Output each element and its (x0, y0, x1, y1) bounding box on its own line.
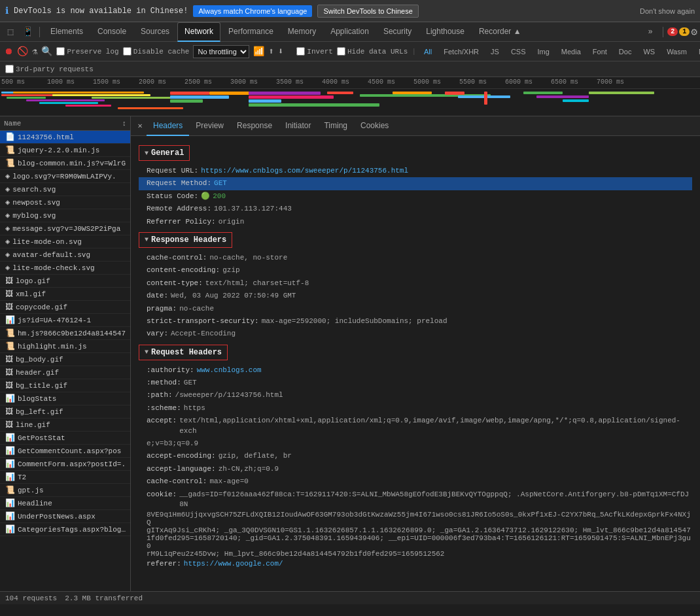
clear-icon[interactable]: 🚫 (17, 44, 28, 60)
file-item[interactable]: ◈lite-mode-on.svg (0, 235, 130, 248)
file-item[interactable]: 🖼logo.gif (0, 275, 130, 288)
file-item[interactable]: 🖼header.gif (0, 366, 130, 379)
disable-cache-checkbox[interactable] (123, 47, 131, 56)
file-item[interactable]: 🖼copycode.gif (0, 301, 130, 314)
device-icon[interactable]: 📱 (20, 24, 35, 40)
file-item[interactable]: ◈myblog.svg (0, 209, 130, 222)
file-item[interactable]: 📊Headline (0, 497, 130, 510)
file-item[interactable]: 📜gpt.js (0, 484, 130, 497)
file-item[interactable]: ◈newpost.svg (0, 196, 130, 209)
tab-application[interactable]: Application (324, 22, 376, 42)
file-item[interactable]: 📜highlight.min.js (0, 340, 130, 353)
tab-recorder[interactable]: Recorder ▲ (472, 22, 528, 42)
tab-preview[interactable]: Preview (189, 116, 230, 136)
inspect-icon[interactable]: ⬚ (3, 24, 18, 40)
vary-value: Accept-Encoding (171, 329, 236, 339)
record-icon[interactable]: ⏺ (4, 44, 13, 60)
hide-data-urls-label[interactable]: Hide data URLs (337, 47, 408, 56)
search-icon[interactable]: 🔍 (41, 44, 52, 60)
file-item[interactable]: ◈lite-mode-check.svg (0, 262, 130, 275)
tab-sources[interactable]: Sources (134, 22, 176, 42)
disable-cache-label[interactable]: Disable cache (123, 47, 190, 56)
date-key: date: (147, 291, 168, 301)
file-item[interactable]: 📜hm.js?866c9be12d4a8144547 (0, 327, 130, 340)
response-section-header[interactable]: ▼ Response Headers (139, 232, 232, 248)
file-item[interactable]: 🖼bg_body.gif (0, 353, 130, 366)
file-name-label: bg_body.gif (16, 356, 63, 364)
download-icon[interactable]: ⬇ (278, 44, 283, 60)
throttle-icon[interactable]: 📶 (253, 44, 264, 60)
tab-cookies[interactable]: Cookies (354, 116, 395, 136)
file-item[interactable]: 🖼line.gif (0, 419, 130, 432)
file-item[interactable]: 🖼bg_title.gif (0, 379, 130, 392)
file-item[interactable]: 📊GetCommentCount.aspx?pos (0, 445, 130, 458)
dismiss-button[interactable]: Don't show again (640, 7, 695, 15)
file-name-label: Headline (18, 500, 52, 507)
req-cache-control-row: cache-control: max-age=0 (139, 475, 692, 488)
filter-fetch-xhr-btn[interactable]: Fetch/XHR (440, 47, 483, 56)
file-item[interactable]: 📊CategoriesTags.aspx?blogId= (0, 523, 130, 536)
file-item[interactable]: 📊UnderPostNews.aspx (0, 510, 130, 523)
filter-css-btn[interactable]: CSS (507, 47, 530, 56)
file-item[interactable]: 📊T2 (0, 471, 130, 484)
file-item[interactable]: 📜blog-common.min.js?v=WlrG (0, 157, 130, 170)
pragma-row: pragma: no-cache (139, 303, 692, 315)
file-item[interactable]: 📄11243756.html (0, 131, 130, 144)
invert-checkbox[interactable] (296, 47, 305, 56)
third-party-label[interactable]: 3rd-party requests (5, 65, 94, 73)
tab-performance[interactable]: Performance (222, 22, 280, 42)
filter-font-btn[interactable]: Font (589, 47, 611, 56)
third-party-checkbox[interactable] (5, 65, 14, 73)
more-tabs-button[interactable]: » (642, 22, 659, 42)
cookie-key: cookie: (147, 490, 177, 500)
tick-5000: 5000 ms (412, 78, 458, 88)
tab-elements[interactable]: Elements (44, 22, 90, 42)
hide-data-urls-checkbox[interactable] (337, 47, 345, 56)
tab-security[interactable]: Security (377, 22, 418, 42)
invert-label[interactable]: Invert (296, 47, 333, 56)
file-item[interactable]: 🖼bg_left.gif (0, 405, 130, 419)
tab-initiator[interactable]: Initiator (279, 116, 317, 136)
upload-icon[interactable]: ⬆ (268, 44, 273, 60)
filter-manifest-btn[interactable]: Manifest (695, 47, 700, 56)
tab-lighthouse[interactable]: Lighthouse (419, 22, 471, 42)
file-type-icon: 📊 (5, 433, 15, 443)
file-name-label: copycode.gif (16, 303, 67, 311)
filter-ws-btn[interactable]: WS (639, 47, 659, 56)
throttle-select[interactable]: No throttling (193, 45, 249, 58)
settings-icon[interactable]: ⚙ (691, 26, 697, 39)
file-item[interactable]: 📊CommentForm.aspx?postId=. (0, 458, 130, 471)
request-section-header[interactable]: ▼ Request Headers (139, 345, 228, 360)
match-language-button[interactable]: Always match Chrome's language (193, 5, 312, 17)
filter-media-btn[interactable]: Media (557, 47, 585, 56)
file-list-scroll-indicator: ↕ (122, 120, 126, 128)
filter-img-btn[interactable]: Img (534, 47, 553, 56)
file-item[interactable]: ◈avatar-default.svg (0, 248, 130, 262)
filter-doc-btn[interactable]: Doc (615, 47, 636, 56)
file-item[interactable]: 📜jquery-2.2.0.min.js (0, 144, 130, 157)
file-item[interactable]: 📊js?id=UA-476124-1 (0, 314, 130, 327)
filter-js-btn[interactable]: JS (487, 47, 503, 56)
preserve-log-label[interactable]: Preserve log (56, 47, 118, 56)
tab-network[interactable]: Network (177, 22, 220, 42)
file-item[interactable]: 📊blogStats (0, 392, 130, 405)
preserve-log-checkbox[interactable] (56, 47, 65, 56)
switch-language-button[interactable]: Switch DevTools to Chinese (317, 5, 418, 18)
tab-timing[interactable]: Timing (317, 116, 354, 136)
file-item[interactable]: ◈logo.svg?v=R9M0WmLAIPVy. (0, 170, 130, 183)
file-item[interactable]: 🖼xml.gif (0, 288, 130, 301)
filter-icon[interactable]: ⚗ (32, 44, 37, 60)
tab-response[interactable]: Response (230, 116, 279, 136)
file-item[interactable]: 📊GetPostStat (0, 432, 130, 445)
general-section-header[interactable]: ▼ General (139, 145, 190, 161)
close-detail-button[interactable]: ✕ (133, 120, 147, 133)
file-name-label: CategoriesTags.aspx?blogId= (18, 526, 128, 534)
tab-console[interactable]: Console (91, 22, 133, 42)
tab-memory[interactable]: Memory (281, 22, 323, 42)
tab-headers[interactable]: Headers (147, 116, 189, 136)
file-item[interactable]: ◈search.svg (0, 183, 130, 196)
filter-wasm-btn[interactable]: Wasm (663, 47, 691, 56)
filter-all-btn[interactable]: All (420, 47, 436, 56)
file-name-label: avatar-default.svg (12, 251, 90, 259)
file-item[interactable]: ◈message.svg?v=J0WS2P2iPga (0, 222, 130, 235)
